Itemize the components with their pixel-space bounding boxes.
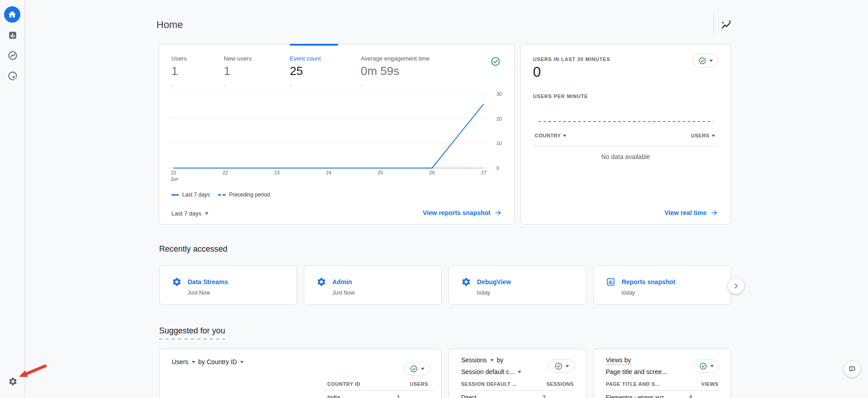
metric-delta: - <box>224 82 226 89</box>
sidebar-item-advertising[interactable] <box>7 70 19 82</box>
users-per-minute-label: USERS PER MINUTE <box>533 94 588 99</box>
sidebar-item-explore[interactable] <box>7 50 19 61</box>
table-divider <box>533 146 718 146</box>
card-suggestion-link[interactable]: Views by <box>606 356 631 365</box>
legend-item-current: Last 7 days <box>171 192 210 198</box>
link-label: View reports snapshot <box>423 209 491 216</box>
metric-tab-users[interactable]: Users 1 - <box>171 44 221 88</box>
column-label: COUNTRY <box>535 133 561 138</box>
suggested-card-sessions-by-channel: Sessions by Session default c... SESSION… <box>448 349 586 398</box>
legend-item-preceding: Preceding period <box>218 192 270 198</box>
realtime-users-value: 0 <box>533 64 541 80</box>
sidebar-item-home[interactable] <box>4 6 20 23</box>
metric-tab-new-users[interactable]: New users 1 - <box>224 44 287 88</box>
table-cell-value: 1 <box>397 394 400 398</box>
metric-tab-engagement-time[interactable]: Average engagement time 0m 59s - <box>361 44 456 88</box>
column-header[interactable]: SESSION DEFAULT ... <box>461 381 517 387</box>
explore-icon <box>7 50 18 61</box>
feedback-button[interactable] <box>844 361 860 377</box>
sidebar-item-settings[interactable] <box>7 375 19 387</box>
realtime-quality-button[interactable] <box>692 54 718 67</box>
card-quality-button[interactable] <box>548 359 575 373</box>
table-cell-value: 4 <box>689 394 692 398</box>
column-header[interactable]: SESSIONS <box>547 381 574 387</box>
dimension-label: Page title and scree... <box>606 368 667 375</box>
column-header[interactable]: USERS <box>410 381 428 387</box>
chevron-down-icon <box>710 365 714 367</box>
metric-delta: - <box>361 82 363 89</box>
view-reports-snapshot-link[interactable]: View reports snapshot <box>423 209 502 217</box>
data-quality-button[interactable] <box>490 56 501 67</box>
card-quality-button[interactable] <box>693 359 719 373</box>
table-cell-value: 2 <box>542 394 546 398</box>
no-data-text: No data available <box>521 153 731 160</box>
metric-label: New users <box>224 55 251 62</box>
card-dimension-label[interactable]: Page title and scree... <box>606 368 667 375</box>
column-header[interactable]: COUNTRY ID <box>327 381 360 387</box>
column-header[interactable]: PAGE TITLE AND S... <box>606 381 660 387</box>
metric-value: 25 <box>290 64 303 78</box>
column-header[interactable]: VIEWS <box>701 381 718 387</box>
recent-card-title: Admin <box>332 278 352 286</box>
card-quality-button[interactable] <box>404 362 430 375</box>
svg-text:26: 26 <box>429 170 435 175</box>
chevron-down-icon <box>490 359 494 361</box>
gear-icon <box>8 377 18 386</box>
card-dimension-selector[interactable]: Session default c... <box>461 368 521 375</box>
metric-value: 0m 59s <box>361 64 399 78</box>
gear-icon <box>316 277 326 287</box>
date-range-selector[interactable]: Last 7 days <box>171 210 208 217</box>
gear-icon <box>461 277 471 287</box>
chevron-right-icon <box>732 282 740 290</box>
svg-text:0: 0 <box>496 165 499 171</box>
realtime-users-sort[interactable]: USERS <box>691 133 715 138</box>
metric-tab-event-count[interactable]: Event count 25 - <box>290 44 358 88</box>
feedback-icon <box>848 365 857 374</box>
legend-swatch-solid <box>171 194 179 196</box>
overview-card: Users 1 - New users 1 - Event count 25 -… <box>159 44 515 225</box>
bar-chart-icon <box>606 277 616 287</box>
table-divider <box>606 390 718 391</box>
suggested-heading: Suggested for you <box>159 326 225 339</box>
svg-text:30: 30 <box>496 91 502 97</box>
suggestion-label: Views by <box>606 356 631 365</box>
table-divider <box>461 390 574 391</box>
card-dimension-selector[interactable]: Users by Country ID <box>172 358 244 365</box>
recent-card-reports-snapshot[interactable]: Reports snapshot today <box>593 265 731 305</box>
svg-text:20: 20 <box>496 116 502 122</box>
chart-legend: Last 7 days Preceding period <box>171 192 270 198</box>
recent-card-data-streams[interactable]: Data Streams Just Now <box>159 265 297 305</box>
suggested-card-views-by-page: Views by Page title and scree... PAGE TI… <box>593 349 731 398</box>
recent-card-title: DebugView <box>477 278 511 286</box>
sort-caret-icon <box>712 135 715 137</box>
view-real-time-link[interactable]: View real time <box>665 209 718 217</box>
dimension-dropdown-label: by Country ID <box>198 358 237 365</box>
users-per-minute-baseline <box>538 121 713 122</box>
svg-text:27: 27 <box>481 170 486 175</box>
page-title: Home <box>156 19 183 31</box>
chevron-down-icon <box>709 60 713 62</box>
chevron-down-icon <box>566 365 569 367</box>
svg-text:22: 22 <box>222 170 228 175</box>
recent-card-title: Reports snapshot <box>622 278 675 286</box>
recent-card-admin[interactable]: Admin Just Now <box>304 265 442 305</box>
insights-button[interactable] <box>720 19 733 32</box>
scroll-right-button[interactable] <box>728 278 744 294</box>
sidebar <box>0 0 25 398</box>
sort-caret-icon <box>563 135 566 137</box>
recent-card-title: Data Streams <box>188 278 228 286</box>
sidebar-item-reports[interactable] <box>7 29 19 41</box>
table-divider <box>324 390 436 391</box>
header-divider <box>713 13 714 34</box>
suggested-card-users-by-country: Users by Country ID COUNTRY ID USERS Ind… <box>159 349 442 398</box>
realtime-country-sort[interactable]: COUNTRY <box>535 133 566 138</box>
trend-chart: 010203021222324252627Jun <box>165 89 509 185</box>
check-circle-icon <box>410 365 418 373</box>
by-label: by <box>497 356 504 364</box>
metric-delta: - <box>171 82 173 89</box>
card-dimension-selector[interactable]: Sessions by <box>461 356 504 364</box>
svg-text:24: 24 <box>326 170 331 175</box>
recent-card-debugview[interactable]: DebugView today <box>448 265 586 305</box>
recent-card-time: today <box>622 290 635 296</box>
svg-text:Jun: Jun <box>170 176 179 182</box>
